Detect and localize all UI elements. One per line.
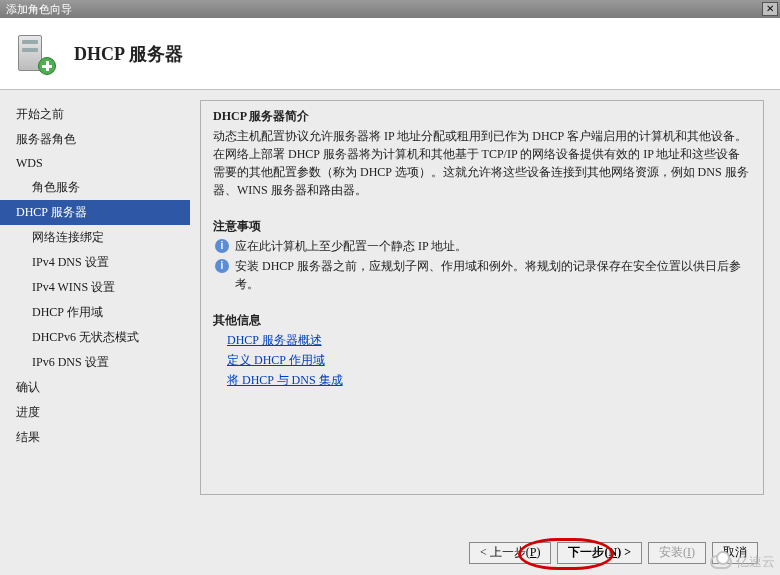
note-text: 应在此计算机上至少配置一个静态 IP 地址。	[235, 237, 751, 255]
note-text: 安装 DHCP 服务器之前，应规划子网、作用域和例外。将规划的记录保存在安全位置…	[235, 257, 751, 293]
cancel-button[interactable]: 取消	[712, 542, 758, 564]
link-define-scope[interactable]: 定义 DHCP 作用域	[227, 351, 751, 369]
install-button: 安装(I)	[648, 542, 706, 564]
link-dhcp-dns-integrate[interactable]: 将 DHCP 与 DNS 集成	[227, 371, 751, 389]
sidebar-item-2[interactable]: WDS	[0, 152, 190, 175]
content-box: DHCP 服务器简介 动态主机配置协议允许服务器将 IP 地址分配或租用到已作为…	[200, 100, 764, 495]
close-button[interactable]: ✕	[762, 2, 778, 16]
sidebar-item-1[interactable]: 服务器角色	[0, 127, 190, 152]
sidebar-item-4[interactable]: DHCP 服务器	[0, 200, 190, 225]
sidebar-item-0[interactable]: 开始之前	[0, 102, 190, 127]
sidebar: 开始之前服务器角色WDS角色服务DHCP 服务器网络连接绑定IPv4 DNS 设…	[0, 90, 190, 530]
wizard-footer: < 上一步(P) 下一步(N) > 安装(I) 取消	[0, 530, 780, 575]
intro-title: DHCP 服务器简介	[213, 107, 751, 125]
note-item: i 应在此计算机上至少配置一个静态 IP 地址。	[213, 237, 751, 255]
server-add-icon	[14, 33, 56, 75]
info-icon: i	[215, 239, 229, 253]
prev-button[interactable]: < 上一步(P)	[469, 542, 551, 564]
title-bar: 添加角色向导 ✕	[0, 0, 780, 18]
info-icon: i	[215, 259, 229, 273]
content-area: DHCP 服务器简介 动态主机配置协议允许服务器将 IP 地址分配或租用到已作为…	[190, 90, 780, 530]
next-button[interactable]: 下一步(N) >	[557, 542, 642, 564]
sidebar-item-9[interactable]: DHCPv6 无状态模式	[0, 325, 190, 350]
sidebar-item-3[interactable]: 角色服务	[0, 175, 190, 200]
sidebar-item-5[interactable]: 网络连接绑定	[0, 225, 190, 250]
intro-body: 动态主机配置协议允许服务器将 IP 地址分配或租用到已作为 DHCP 客户端启用…	[213, 127, 751, 199]
note-item: i 安装 DHCP 服务器之前，应规划子网、作用域和例外。将规划的记录保存在安全…	[213, 257, 751, 293]
sidebar-item-8[interactable]: DHCP 作用域	[0, 300, 190, 325]
window-title: 添加角色向导	[6, 2, 72, 17]
sidebar-item-12[interactable]: 进度	[0, 400, 190, 425]
sidebar-item-10[interactable]: IPv6 DNS 设置	[0, 350, 190, 375]
other-info-title: 其他信息	[213, 311, 751, 329]
page-title: DHCP 服务器	[74, 42, 183, 66]
wizard-body: 开始之前服务器角色WDS角色服务DHCP 服务器网络连接绑定IPv4 DNS 设…	[0, 90, 780, 530]
wizard-header: DHCP 服务器	[0, 18, 780, 90]
sidebar-item-6[interactable]: IPv4 DNS 设置	[0, 250, 190, 275]
sidebar-item-11[interactable]: 确认	[0, 375, 190, 400]
sidebar-item-13[interactable]: 结果	[0, 425, 190, 450]
sidebar-item-7[interactable]: IPv4 WINS 设置	[0, 275, 190, 300]
notes-title: 注意事项	[213, 217, 751, 235]
link-dhcp-overview[interactable]: DHCP 服务器概述	[227, 331, 751, 349]
